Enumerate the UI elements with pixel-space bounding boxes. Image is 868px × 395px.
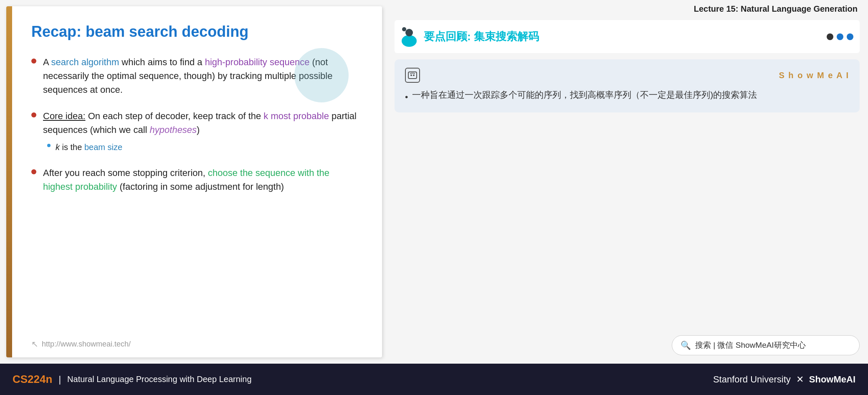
search-algorithm-text: search algorithm [51,57,119,67]
showmeai-bottom-label: ShowMeAI [809,374,855,385]
bullet-2: Core idea: On each step of decoder, keep… [31,109,361,153]
search-bar[interactable]: 🔍 搜索 | 微信 ShowMeAI研究中心 [672,335,860,355]
x-symbol: ✕ [796,374,804,385]
ai-card: S h o w M e A I • 一种旨在通过一次跟踪多个可能的序列，找到高概… [395,59,860,112]
slide-title: Recap: beam search decoding [31,23,361,41]
right-panel: Lecture 15: Natural Language Generation … [390,0,868,364]
svg-point-2 [402,27,406,31]
bullet-text-3: After you reach some stopping criterion,… [43,166,361,194]
ai-bullet: • 一种旨在通过一次跟踪多个可能的序列，找到高概率序列（不一定是最佳序列)的搜索… [405,88,849,104]
ai-bullet-dot: • [405,90,408,104]
bullet-3: After you reach some stopping criterion,… [31,166,361,194]
bullet-dot-1 [31,59,36,64]
cursor-icon: ↖ [31,339,38,349]
nav-dot-1[interactable] [827,33,833,40]
svg-point-4 [410,74,412,76]
choose-text: choose the sequence with the highest pro… [43,168,329,192]
bullet-dot-2 [31,112,36,117]
ai-icon [405,68,420,83]
sub-bullet-dot [47,144,51,147]
ai-card-content: • 一种旨在通过一次跟踪多个可能的序列，找到高概率序列（不一定是最佳序列)的搜索… [405,88,849,104]
k-most-text: k most probable [263,111,329,121]
svg-point-1 [405,29,413,36]
decorative-circle [294,48,349,102]
search-bar-text: 搜索 | 微信 ShowMeAI研究中心 [695,340,806,351]
cs224n-label: CS224n [13,373,52,386]
accent-bar [6,6,12,357]
sub-bullet-text: k is the beam size [56,141,122,153]
beam-size-text: beam size [84,143,122,152]
ai-card-text: 一种旨在通过一次跟踪多个可能的序列，找到高概率序列（不一定是最佳序列)的搜索算法 [412,88,757,102]
footer-url: http://www.showmeai.tech/ [42,340,131,349]
svg-point-0 [402,35,417,47]
core-idea-text: Core idea: [43,111,86,121]
showmeai-label: S h o w M e A I [779,71,849,80]
search-icon: 🔍 [681,340,691,350]
right-header-title: 要点回顾: 集束搜索解码 [424,29,539,44]
separator: | [58,374,61,385]
stanford-label: Stanford University [713,374,791,385]
slide-footer: ↖ http://www.showmeai.tech/ [6,333,382,357]
svg-point-5 [413,74,415,76]
teal-shape-icon [401,25,424,48]
bottom-bar: CS224n | Natural Language Processing wit… [0,364,868,395]
nav-dots [827,33,853,40]
nav-dot-2[interactable] [837,33,843,40]
high-prob-text: high-probability sequence [205,57,310,67]
bottom-right: Stanford University ✕ ShowMeAI [713,374,855,385]
slide-panel: Recap: beam search decoding A search alg… [6,6,382,357]
hypotheses-text: hypotheses [150,125,197,135]
sub-bullet: k is the beam size [47,141,361,153]
ai-card-header: S h o w M e A I [405,68,849,83]
bullet-dot-3 [31,169,36,174]
main-content: Recap: beam search decoding A search alg… [0,0,868,364]
nav-dot-3[interactable] [847,33,853,40]
lecture-title: Lecture 15: Natural Language Generation [395,4,860,14]
right-header: 要点回顾: 集束搜索解码 [395,20,860,53]
course-name: Natural Language Processing with Deep Le… [67,375,251,384]
bullet-text-2: Core idea: On each step of decoder, keep… [43,109,361,153]
